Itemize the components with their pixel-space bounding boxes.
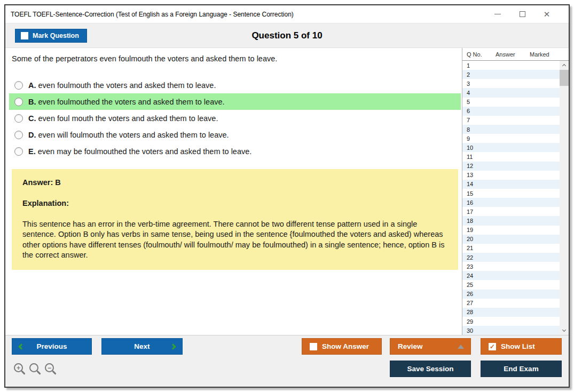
close-button[interactable]: ✕ <box>534 6 559 22</box>
close-icon: ✕ <box>544 10 551 18</box>
question-list-header: Q No. Answer Marked <box>462 48 569 61</box>
question-list-row[interactable]: 22 <box>462 253 560 262</box>
answer-option-c[interactable]: C. even foul mouth the voters and asked … <box>5 110 461 126</box>
question-counter: Question 5 of 10 <box>5 30 569 41</box>
question-list-row[interactable]: 23 <box>462 262 560 271</box>
question-number: 13 <box>462 172 473 178</box>
question-list-row[interactable]: 15 <box>462 189 560 198</box>
zoom-reset-icon[interactable] <box>29 363 38 372</box>
question-number: 18 <box>462 218 473 224</box>
save-session-button[interactable]: Save Session <box>390 361 471 377</box>
title-bar: TOEFL TOEFL-Sentence-Correction (Test of… <box>5 5 569 23</box>
question-list-row[interactable]: 29 <box>462 317 560 326</box>
maximize-button[interactable] <box>510 6 534 22</box>
question-number: 7 <box>462 117 470 123</box>
question-list-row[interactable]: 26 <box>462 290 560 299</box>
next-label: Next <box>134 342 150 350</box>
question-list-row[interactable]: 30 <box>462 326 560 335</box>
question-number: 29 <box>462 318 473 325</box>
option-letter: B. <box>28 98 36 106</box>
option-text: even will foulmouth the voters and asked… <box>38 131 229 139</box>
column-answer: Answer <box>496 51 530 58</box>
question-list-row[interactable]: 2 <box>462 70 560 79</box>
answer-option-e[interactable]: E. even may be foulmouthed the voters an… <box>5 143 461 159</box>
question-list-row[interactable]: 4 <box>462 88 560 97</box>
question-list-row[interactable]: 11 <box>462 152 560 161</box>
radio-button-a[interactable] <box>14 81 23 90</box>
question-list-row[interactable]: 17 <box>462 207 560 216</box>
show-list-button[interactable]: Show List <box>481 338 562 355</box>
question-list-row[interactable]: 9 <box>462 134 560 143</box>
show-answer-checkbox[interactable] <box>310 343 317 350</box>
radio-button-c[interactable] <box>14 114 23 123</box>
option-text: even may be foulmouthed the voters and a… <box>38 147 252 156</box>
footer-toolbar: Previous Next Show Answer Review Show Li… <box>5 335 569 387</box>
question-list-row[interactable]: 24 <box>462 271 560 280</box>
question-number: 12 <box>462 163 473 169</box>
answer-option-a[interactable]: A. even foulmouth the voters and asked t… <box>5 77 461 93</box>
minimize-button[interactable] <box>485 6 510 22</box>
question-list-row[interactable]: 20 <box>462 235 560 244</box>
question-list-row[interactable]: 21 <box>462 244 560 253</box>
question-list-row[interactable]: 16 <box>462 198 560 207</box>
show-answer-button[interactable]: Show Answer <box>302 338 382 355</box>
review-dropdown[interactable]: Review <box>390 338 471 355</box>
end-exam-button[interactable]: End Exam <box>481 361 562 377</box>
mark-question-button[interactable]: Mark Question <box>15 29 87 43</box>
question-list-panel: Q No. Answer Marked 12345678910111213141… <box>462 48 569 335</box>
review-label: Review <box>398 342 423 350</box>
radio-button-e[interactable] <box>14 147 23 156</box>
scroll-down-icon[interactable] <box>560 326 569 335</box>
question-list-row[interactable]: 1 <box>462 61 560 70</box>
answer-option-d[interactable]: D. even will foulmouth the voters and as… <box>5 126 461 143</box>
show-answer-label: Show Answer <box>322 342 369 350</box>
minimize-icon <box>494 14 501 14</box>
maximize-icon <box>520 11 525 17</box>
question-list-row[interactable]: 8 <box>462 125 560 134</box>
question-number: 6 <box>462 108 470 114</box>
question-number: 20 <box>462 236 473 242</box>
question-list-row[interactable]: 25 <box>462 280 560 289</box>
question-list-row[interactable]: 18 <box>462 216 560 225</box>
mark-question-label: Mark Question <box>33 32 79 39</box>
chevron-right-icon <box>170 343 176 349</box>
question-number: 1 <box>462 62 470 69</box>
question-number: 28 <box>462 309 473 315</box>
mark-question-checkbox[interactable] <box>21 32 28 39</box>
question-list-row[interactable]: 28 <box>462 308 560 317</box>
scrollbar-thumb[interactable] <box>560 70 569 86</box>
show-list-checkbox[interactable] <box>489 343 496 350</box>
scrollbar[interactable] <box>560 61 569 335</box>
option-text: even foul mouth the voters and asked the… <box>38 114 218 123</box>
zoom-in-icon[interactable]: + <box>14 363 23 372</box>
previous-button[interactable]: Previous <box>12 338 92 355</box>
radio-button-d[interactable] <box>14 131 23 139</box>
question-list-row[interactable]: 12 <box>462 162 560 171</box>
option-text: even foulmouth the voters and asked them… <box>38 81 216 90</box>
question-list-row[interactable]: 10 <box>462 143 560 152</box>
question-list-row[interactable]: 27 <box>462 299 560 308</box>
window-title: TOEFL TOEFL-Sentence-Correction (Test of… <box>5 11 294 18</box>
question-list-row[interactable]: 5 <box>462 98 560 107</box>
zoom-out-icon[interactable]: − <box>45 363 54 372</box>
scroll-up-icon[interactable] <box>560 61 569 69</box>
next-button[interactable]: Next <box>101 338 183 355</box>
question-number: 27 <box>462 300 473 306</box>
question-number: 3 <box>462 81 470 87</box>
question-list-row[interactable]: 19 <box>462 226 560 235</box>
question-list-row[interactable]: 3 <box>462 79 560 88</box>
question-list-row[interactable]: 7 <box>462 116 560 125</box>
question-list-row[interactable]: 6 <box>462 107 560 116</box>
chevron-left-icon <box>18 343 24 349</box>
option-text: even foulmouthed the voters and asked th… <box>38 98 225 106</box>
answer-option-b[interactable]: B. even foulmouthed the voters and asked… <box>9 93 461 110</box>
option-letter: E. <box>28 147 36 156</box>
radio-button-b[interactable] <box>14 98 23 106</box>
option-letter: A. <box>28 81 36 90</box>
question-list-row[interactable]: 13 <box>462 171 560 180</box>
column-marked: Marked <box>530 51 559 58</box>
question-number: 17 <box>462 209 473 215</box>
question-list-row[interactable]: 14 <box>462 180 560 189</box>
question-number: 26 <box>462 291 473 297</box>
option-letter: C. <box>28 114 36 123</box>
